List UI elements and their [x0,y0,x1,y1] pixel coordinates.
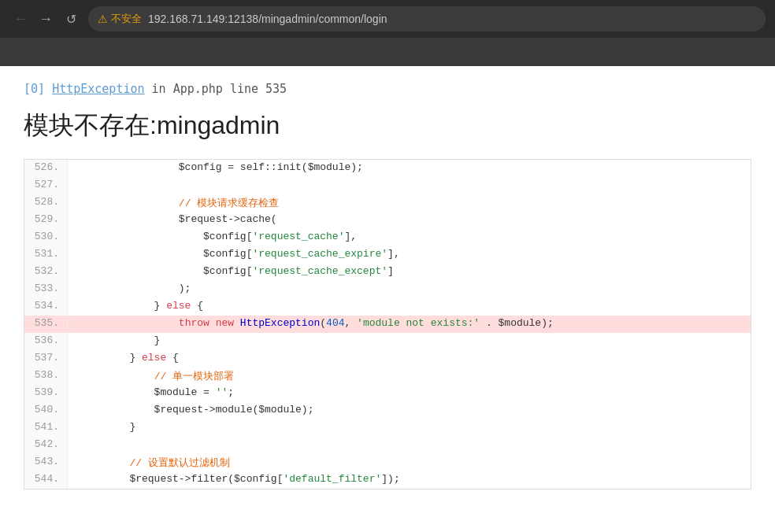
line-num-543: 543. [24,454,68,471]
line-num-537: 537. [24,350,68,368]
security-warning: ⚠ 不安全 [98,12,142,26]
address-text: 192.168.71.149:12138/mingadmin/common/lo… [148,13,388,25]
exception-title: 模块不存在:mingadmin [24,109,751,143]
line-num-531: 531. [24,246,68,264]
code-block: 526. $config = self::init($module); 527.… [24,159,751,490]
exception-location: in App.php line 535 [152,82,287,96]
code-line-532: 532. $config['request_cache_except'] [24,264,751,281]
exception-class: HttpException [52,82,144,96]
line-content-538: // 单一模块部署 [68,368,751,385]
line-num-541: 541. [24,419,68,437]
code-line-534: 534. } else { [24,298,751,316]
line-num-544: 544. [24,471,68,489]
forward-button[interactable]: → [35,8,57,30]
line-num-534: 534. [24,298,68,316]
line-num-528: 528. [24,194,68,212]
back-button[interactable]: ← [9,8,32,30]
line-content-529: $request->cache( [68,212,751,229]
browser-toolbar [0,38,775,66]
line-num-530: 530. [24,229,68,246]
line-num-542: 542. [24,437,68,454]
line-num-540: 540. [24,402,68,419]
code-line-537: 537. } else { [24,350,751,368]
code-line-527: 527. [24,177,751,194]
line-num-536: 536. [24,333,68,350]
code-line-536: 536. } [24,333,751,350]
code-line-526: 526. $config = self::init($module); [24,160,751,177]
line-content-541: } [68,419,751,437]
line-num-529: 529. [24,212,68,229]
line-num-527: 527. [24,177,68,194]
line-content-539: $module = ''; [68,385,751,402]
code-line-544: 544. $request->filter($config['default_f… [24,471,751,489]
line-num-533: 533. [24,281,68,298]
browser-chrome: ← → ↺ ⚠ 不安全 192.168.71.149:12138/mingadm… [0,0,775,38]
line-content-527 [68,177,751,194]
line-content-526: $config = self::init($module); [68,160,751,177]
line-content-540: $request->module($module); [68,402,751,419]
line-content-534: } else { [68,298,751,316]
code-line-540: 540. $request->module($module); [24,402,751,419]
line-content-532: $config['request_cache_except'] [68,264,751,281]
line-content-536: } [68,333,751,350]
security-label: 不安全 [111,12,142,26]
line-content-531: $config['request_cache_expire'], [68,246,751,264]
warning-icon: ⚠ [98,13,108,25]
code-line-543: 543. // 设置默认过滤机制 [24,454,751,471]
line-num-539: 539. [24,385,68,402]
code-line-529: 529. $request->cache( [24,212,751,229]
line-content-542 [68,437,751,454]
line-content-535: throw new HttpException(404, 'module not… [68,316,751,333]
nav-buttons: ← → ↺ [9,8,82,30]
code-line-533: 533. ); [24,281,751,298]
reload-button[interactable]: ↺ [60,8,82,30]
page-content: [0] HttpException in App.php line 535 模块… [0,66,775,532]
line-content-528: // 模块请求缓存检查 [68,194,751,212]
line-content-533: ); [68,281,751,298]
code-line-538: 538. // 单一模块部署 [24,368,751,385]
code-line-539: 539. $module = ''; [24,385,751,402]
code-line-528: 528. // 模块请求缓存检查 [24,194,751,212]
line-num-532: 532. [24,264,68,281]
code-line-530: 530. $config['request_cache'], [24,229,751,246]
exception-header: [0] HttpException in App.php line 535 [24,82,751,96]
line-num-535: 535. [24,316,68,333]
line-content-544: $request->filter($config['default_filter… [68,471,751,489]
code-line-531: 531. $config['request_cache_expire'], [24,246,751,264]
code-line-541: 541. } [24,419,751,437]
exception-index: [0] [24,82,45,96]
line-num-526: 526. [24,160,68,177]
code-line-542: 542. [24,437,751,454]
address-bar[interactable]: ⚠ 不安全 192.168.71.149:12138/mingadmin/com… [88,6,766,31]
code-line-535: 535. throw new HttpException(404, 'modul… [24,316,751,333]
line-content-530: $config['request_cache'], [68,229,751,246]
line-num-538: 538. [24,368,68,385]
line-content-543: // 设置默认过滤机制 [68,454,751,471]
line-content-537: } else { [68,350,751,368]
